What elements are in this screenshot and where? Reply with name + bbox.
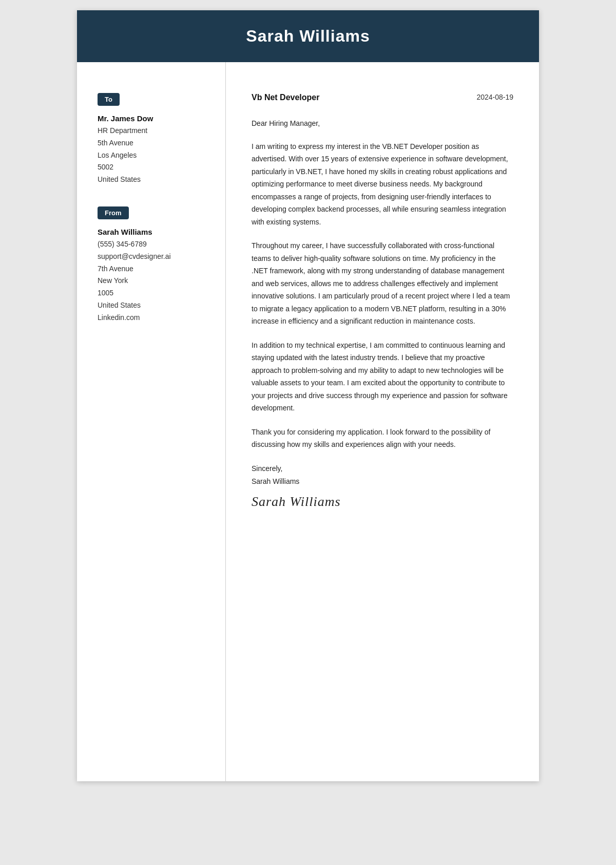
job-title-row: Vb Net Developer 2024-08-19 [252, 93, 513, 102]
sender-phone: (555) 345-6789 [98, 238, 210, 251]
from-badge: From [98, 206, 129, 219]
closing-line2: Sarah Williams [252, 475, 513, 488]
closing: Sincerely, Sarah Williams [252, 462, 513, 488]
header: Sarah Williams [77, 10, 539, 62]
recipient-line1: HR Department [98, 125, 210, 137]
sidebar: To Mr. James Dow HR Department 5th Avenu… [77, 62, 226, 781]
header-name: Sarah Williams [87, 27, 529, 46]
sender-website: Linkedin.com [98, 312, 210, 324]
sender-name: Sarah Williams [98, 228, 210, 236]
recipient-name: Mr. James Dow [98, 114, 210, 123]
recipient-line5: United States [98, 174, 210, 186]
to-badge: To [98, 93, 120, 106]
main-content: Vb Net Developer 2024-08-19 Dear Hiring … [226, 62, 539, 781]
sender-street: 7th Avenue [98, 263, 210, 275]
recipient-line4: 5002 [98, 161, 210, 174]
sender-country: United States [98, 299, 210, 312]
closing-line1: Sincerely, [252, 462, 513, 475]
paragraph-4: Thank you for considering my application… [252, 426, 513, 451]
sender-email: support@cvdesigner.ai [98, 251, 210, 263]
paragraph-3: In addition to my technical expertise, I… [252, 339, 513, 415]
to-section: To Mr. James Dow HR Department 5th Avenu… [98, 93, 210, 186]
from-section: From Sarah Williams (555) 345-6789 suppo… [98, 206, 210, 324]
letter-date: 2024-08-19 [476, 93, 513, 101]
recipient-line3: Los Angeles [98, 149, 210, 162]
paragraph-1: I am writing to express my interest in t… [252, 140, 513, 229]
page: Sarah Williams To Mr. James Dow HR Depar… [77, 10, 539, 781]
recipient-line2: 5th Avenue [98, 137, 210, 149]
sender-zip: 1005 [98, 287, 210, 299]
job-title: Vb Net Developer [252, 93, 319, 102]
salutation: Dear Hiring Manager, [252, 118, 513, 130]
content: To Mr. James Dow HR Department 5th Avenu… [77, 62, 539, 781]
paragraph-2: Throughout my career, I have successfull… [252, 239, 513, 328]
sender-city: New York [98, 275, 210, 287]
signature: Sarah Williams [252, 494, 513, 510]
